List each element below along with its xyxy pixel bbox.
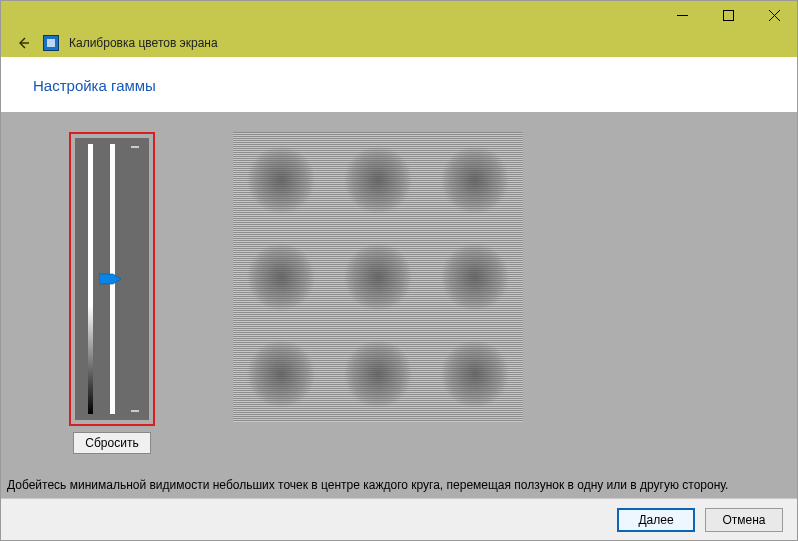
slider-thumb[interactable] — [99, 272, 121, 286]
minimize-button[interactable] — [659, 1, 705, 29]
maximize-button[interactable] — [705, 1, 751, 29]
app-icon — [43, 35, 59, 51]
slider-scale-dark — [88, 144, 93, 414]
content-area: Настройка гаммы — [1, 57, 797, 540]
slider-highlight-box — [69, 132, 155, 426]
slider-tick-bottom — [131, 410, 139, 412]
back-button[interactable] — [13, 33, 33, 53]
adjust-row: Сбросить — [1, 132, 797, 454]
gamma-dot — [330, 325, 427, 422]
window-title: Калибровка цветов экрана — [69, 36, 218, 50]
svg-rect-1 — [723, 10, 733, 20]
gamma-dot — [426, 325, 523, 422]
gamma-dot — [426, 229, 523, 326]
reset-button[interactable]: Сбросить — [73, 432, 151, 454]
slider-column: Сбросить — [69, 132, 155, 454]
gamma-dot — [233, 132, 330, 229]
window-controls-row — [1, 1, 797, 29]
next-button[interactable]: Далее — [617, 508, 695, 532]
gamma-test-pattern — [233, 132, 523, 422]
cancel-button[interactable]: Отмена — [705, 508, 783, 532]
title-bar: Калибровка цветов экрана — [1, 1, 797, 57]
page-heading: Настройка гаммы — [1, 57, 797, 112]
window-controls — [659, 1, 797, 29]
gamma-dot — [330, 229, 427, 326]
calibration-canvas: Сбросить Добейтесь минимальной видимости… — [1, 112, 797, 498]
reset-button-label: Сбросить — [85, 436, 138, 450]
gamma-dot — [330, 132, 427, 229]
gamma-dot — [233, 325, 330, 422]
gamma-dot — [426, 132, 523, 229]
footer-bar: Далее Отмена — [1, 498, 797, 540]
gamma-slider[interactable] — [75, 138, 149, 420]
gamma-dot — [233, 229, 330, 326]
instruction-text: Добейтесь минимальной видимости небольши… — [1, 470, 797, 498]
close-button[interactable] — [751, 1, 797, 29]
slider-tick-top — [131, 146, 139, 148]
title-bar-lower: Калибровка цветов экрана — [1, 29, 797, 57]
